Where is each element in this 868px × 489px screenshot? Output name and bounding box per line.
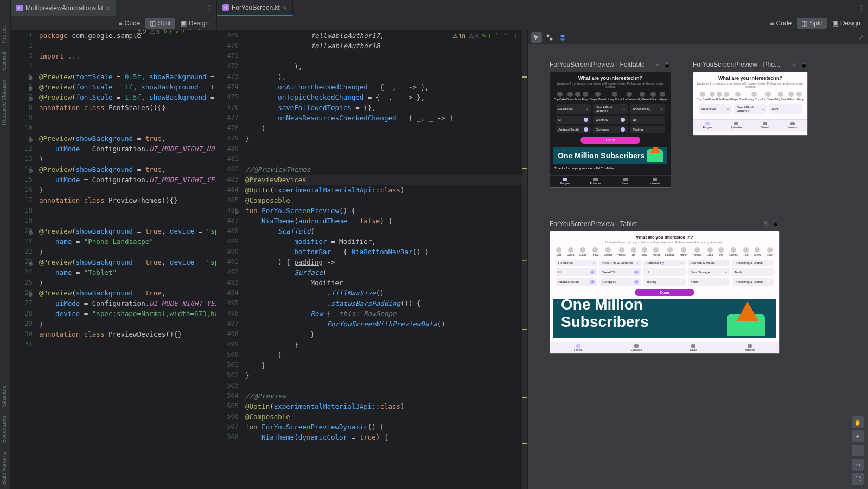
rail-commit[interactable]: Commit [0,47,10,74]
zoom-fit-icon[interactable]: ⛶ [852,473,864,485]
rail-resource-manager[interactable]: Resource Manager [0,75,10,130]
weak-warning-icon: ⚠ 4 [469,33,478,40]
tab-label: MultipreviewAnnotations.kt [25,4,103,12]
split-icon: ◫ [801,20,807,27]
device-icon[interactable]: 📱 [800,61,808,68]
zoom-out-icon[interactable]: − [852,445,864,456]
preview-label: ForYouScreenPreview - Tablet [550,220,637,228]
code-icon: ≡ [770,20,774,27]
rail-structure[interactable]: Structure [0,381,10,411]
design-icon: ▣ [832,20,838,27]
copy-icon[interactable]: ⎘ [793,61,796,68]
ok-icon: ✓ 2 [175,28,184,35]
chevron-down-icon[interactable]: ˅ [503,33,508,40]
tabs-menu-icon[interactable]: ⋮ [858,4,868,12]
view-split-button[interactable]: ◫ Split [145,18,175,29]
zoom-in-icon[interactable]: + [852,430,864,442]
view-code-button[interactable]: ≡ Code [114,18,145,29]
zoom-11-button[interactable]: 1:1 [852,459,864,471]
rail-project[interactable]: Project [0,22,10,47]
build-ok-icon: ✓ [858,33,865,42]
layers-icon[interactable] [557,32,568,43]
preview-label: ForYouScreenPreview - Pho... [693,61,780,68]
weak-warning-icon: ⚠ 3 [150,28,159,35]
split-icon: ◫ [150,20,156,27]
compose-preview-panel: ✓ ForYouScreenPreview - Foldable ⎘ [528,30,868,489]
code-body-right[interactable]: follwableAuthor17, follwableAuthor18 ), … [243,30,522,489]
code-icon: ≡ [119,20,123,27]
inspection-summary[interactable]: ⚠ 18 ⚠ 4 ✎ 1 ˄ ˅ ⋮ [452,33,520,40]
scrollbar[interactable] [522,30,527,489]
tool-window-rail: Project Commit Resource Manager Structur… [0,0,11,489]
chevron-up-icon[interactable]: ˄ [494,33,500,40]
tab-multipreview[interactable]: K MultipreviewAnnotations.kt × [11,0,116,16]
device-icon[interactable]: 📱 [771,220,780,228]
pan-icon[interactable]: ✋ [852,416,864,428]
close-icon[interactable]: × [283,3,287,12]
preview-phone[interactable]: What are you interested in? Updates from… [693,72,808,136]
editor-gutter: 4694704714724734744754764774784794804814… [217,30,243,489]
code-body-left[interactable]: package com.google.sample import ... @Pr… [37,30,216,489]
tabs-menu-icon[interactable]: ⋮ [207,4,216,12]
device-icon[interactable]: 📱 [663,61,671,68]
view-design-button[interactable]: ▣ Design [828,18,865,29]
tab-foryouscreen[interactable]: K ForYouScreen.kt × [217,0,293,16]
copy-icon[interactable]: ⎘ [656,61,660,68]
tab-label: ForYouScreen.kt [232,4,280,11]
preview-foldable[interactable]: What are you interested in? Updates from… [550,72,671,188]
typo-icon: ✎ 3 [163,28,172,35]
view-split-button[interactable]: ◫ Split [797,18,826,29]
svg-rect-0 [547,35,549,37]
animation-preview-icon[interactable] [544,32,555,43]
editor-gutter: 1234⚙5⚙6⚙78910⚙111213⚙141516171819⚙20212… [11,30,37,489]
done-button: Done [580,137,640,144]
hero-card: One Million Subscribers [553,147,667,164]
preview-tablet[interactable]: What are you interested in? Updates from… [550,231,780,354]
typo-icon: ✎ 1 [482,33,491,40]
more-icon[interactable]: ⋮ [205,28,213,35]
preview-label: ForYouScreenPreview - Foldable [550,61,645,68]
kotlin-file-icon: K [222,4,229,11]
rail-build-variants[interactable]: Build Variants [0,447,10,489]
warning-icon: ⚠ 18 [452,33,465,40]
view-code-button[interactable]: ≡ Code [766,18,796,29]
inspection-summary[interactable]: ⚠ 2 ⚠ 3 ✎ 3 ✓ 2 ˄ ˅ ⋮ [137,28,214,35]
chevron-up-icon[interactable]: ˄ [188,28,193,35]
svg-rect-1 [550,38,552,40]
chevron-down-icon[interactable]: ˅ [196,28,202,35]
close-icon[interactable]: × [106,4,110,12]
interactive-preview-icon[interactable] [531,32,542,43]
rail-bookmarks[interactable]: Bookmarks [0,411,10,447]
copy-icon[interactable]: ⎘ [764,220,768,228]
kotlin-file-icon: K [16,5,23,11]
design-icon: ▣ [181,20,187,27]
done-button: Done [635,289,694,296]
hero-card: One MillionSubscribers [553,299,776,338]
view-design-button[interactable]: ▣ Design [176,18,213,29]
warning-icon: ⚠ 2 [137,28,146,35]
more-icon[interactable]: ⋮ [512,33,520,40]
